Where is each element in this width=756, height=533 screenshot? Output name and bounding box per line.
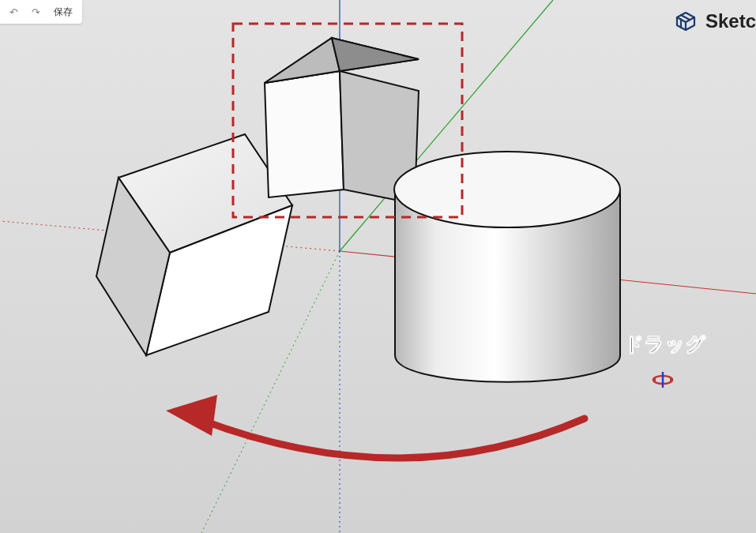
svg-point-8	[394, 152, 620, 227]
viewport-3d[interactable]: ↶ ↷ 保存 Sketc	[0, 0, 756, 533]
undo-button[interactable]: ↶	[6, 5, 21, 19]
drag-annotation: ドラッグ	[624, 332, 706, 357]
scene-3d	[0, 0, 756, 533]
cube-rotated[interactable]	[96, 134, 292, 355]
save-button[interactable]: 保存	[51, 4, 76, 21]
cylinder[interactable]	[394, 152, 620, 382]
redo-button[interactable]: ↷	[28, 5, 43, 19]
svg-marker-7	[332, 38, 419, 71]
svg-marker-3	[265, 71, 344, 197]
toolbar: ↶ ↷ 保存	[0, 0, 82, 24]
drag-label: ドラッグ	[624, 332, 706, 357]
app-logo: Sketc	[672, 8, 756, 35]
app-name: Sketc	[705, 10, 756, 32]
orbit-cursor-icon	[651, 371, 675, 392]
cube-original[interactable]	[265, 38, 419, 204]
sketchup-logo-icon	[672, 8, 699, 35]
